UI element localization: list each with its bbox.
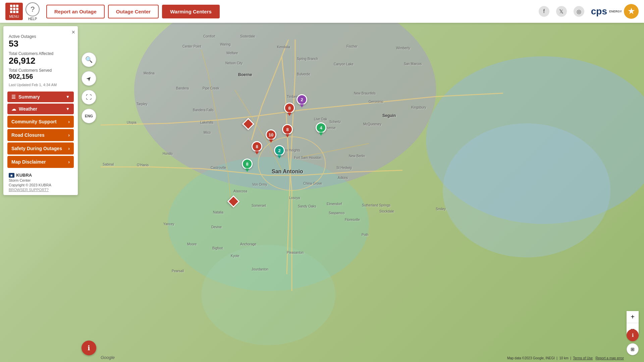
- marker-count: 8: [242, 159, 253, 169]
- active-outages-label: Active Outages: [9, 34, 72, 39]
- cps-logo: cps ENERGY ★: [591, 4, 639, 19]
- info-icon: ℹ: [88, 344, 90, 352]
- map-area[interactable]: San Antonio Boerne Bulverde Converse Seg…: [0, 23, 644, 362]
- map-disclaimer-label: Map Disclaimer: [11, 159, 46, 165]
- kubra-box: ■: [9, 173, 14, 178]
- safety-label: Safety During Outages: [11, 146, 62, 151]
- google-logo: Google: [101, 355, 115, 360]
- marker-green-8[interactable]: 8: [242, 159, 253, 172]
- kubra-brand: KUBRA: [16, 173, 32, 178]
- map-roads: [0, 23, 644, 362]
- marker-count: 8: [282, 124, 293, 135]
- marker-tail: [255, 151, 259, 155]
- copyright-text: Copyright © 2023 KUBRA: [9, 183, 72, 187]
- weather-icon: ☁: [11, 106, 16, 112]
- weather-label: Weather: [19, 106, 37, 112]
- menu-grid-icon: [10, 5, 18, 13]
- language-button[interactable]: ENG: [82, 109, 96, 123]
- community-support-label: Community Support: [11, 119, 57, 124]
- community-support-button[interactable]: Community Support ›: [7, 116, 74, 128]
- info-button[interactable]: ℹ: [82, 341, 96, 355]
- help-icon: ?: [25, 2, 40, 16]
- active-outages-value: 53: [9, 39, 72, 49]
- marker-count: 4: [316, 122, 326, 133]
- weather-button[interactable]: ☁ Weather ▼: [7, 104, 74, 114]
- cps-star-icon: ★: [624, 4, 639, 19]
- marker-tail: [245, 169, 249, 172]
- marker-tail: [285, 134, 289, 137]
- road-closures-chevron: ›: [68, 132, 70, 138]
- fullscreen-icon: ⛶: [86, 94, 92, 101]
- marker-tail: [319, 132, 323, 136]
- marker-count: 10: [266, 129, 276, 140]
- help-button[interactable]: ? HELP: [25, 2, 40, 21]
- customers-affected-label: Total Customers Affected: [9, 51, 72, 56]
- marker-count: 8: [252, 141, 262, 152]
- road-closures-button[interactable]: Road Closures ›: [7, 129, 74, 141]
- report-outage-button[interactable]: Report an Outage: [46, 5, 105, 18]
- map-disclaimer-button[interactable]: Map Disclaimer ›: [7, 156, 74, 168]
- search-button[interactable]: 🔍: [82, 52, 96, 67]
- summary-chevron: ▼: [66, 95, 70, 99]
- summary-label: Summary: [18, 94, 40, 100]
- instagram-icon[interactable]: ◎: [574, 6, 584, 17]
- help-label: HELP: [28, 17, 37, 21]
- header: MENU ? HELP Report an Outage Outage Cent…: [0, 0, 644, 23]
- customers-served-label: Total Customers Served: [9, 68, 72, 73]
- report-map-error-link[interactable]: Report a map error: [596, 356, 624, 360]
- summary-list-icon: ☰: [11, 94, 16, 100]
- header-left: MENU ? HELP: [5, 2, 40, 21]
- cps-text: cps: [591, 6, 607, 17]
- menu-button[interactable]: MENU: [5, 3, 23, 20]
- marker-tail: [269, 139, 273, 143]
- last-updated: Last Updated Feb 1, 4:34 AM: [9, 83, 72, 87]
- marker-red-8c[interactable]: 8: [252, 141, 262, 155]
- br-icon-2[interactable]: ⊞: [627, 343, 639, 355]
- community-support-chevron: ›: [68, 119, 70, 124]
- locate-icon: ➤: [85, 74, 93, 83]
- summary-button[interactable]: ☰ Summary ▼: [7, 92, 74, 102]
- weather-chevron: ▼: [66, 107, 70, 111]
- marker-tail: [300, 104, 304, 108]
- warming-centers-button[interactable]: Warming Centers: [162, 5, 220, 18]
- storm-center-text: Storm Center: [9, 178, 72, 182]
- panel-close-button[interactable]: ×: [71, 29, 75, 36]
- marker-green-4[interactable]: 4: [316, 122, 326, 136]
- side-panel: × Active Outages 53 Total Customers Affe…: [3, 26, 78, 195]
- language-label: ENG: [85, 114, 93, 118]
- terms-link[interactable]: Terms of Use: [573, 356, 593, 360]
- scale-text: 10 km: [559, 356, 569, 360]
- map-attribution: Map data ©2023 Google, INEGI | 10 km | T…: [507, 356, 624, 360]
- customers-served-value: 902,156: [9, 73, 72, 80]
- map-disclaimer-chevron: ›: [68, 159, 70, 165]
- road-closures-label: Road Closures: [11, 132, 45, 138]
- marker-tail: [277, 155, 281, 159]
- marker-teal-2[interactable]: 2: [274, 145, 285, 159]
- header-right: f 𝕏 ◎ cps ENERGY ★: [539, 4, 639, 19]
- marker-count: 2: [297, 94, 307, 105]
- marker-red-8a[interactable]: 8: [284, 103, 295, 116]
- search-icon: 🔍: [85, 56, 93, 63]
- br-icon-1[interactable]: ℹ: [627, 329, 639, 341]
- browser-support-link[interactable]: BROWSER SUPPORT?: [9, 188, 72, 192]
- bottom-right-icons: ℹ ⊞: [627, 329, 639, 355]
- brand-suffix: ENERGY: [609, 10, 622, 13]
- twitter-icon[interactable]: 𝕏: [556, 6, 567, 17]
- panel-footer: ■ KUBRA Storm Center Copyright © 2023 KU…: [3, 169, 78, 192]
- outage-center-button[interactable]: Outage Center: [108, 5, 159, 18]
- marker-red-10[interactable]: 10: [266, 129, 276, 143]
- map-data-text: Map data ©2023 Google, INEGI: [507, 356, 555, 360]
- fullscreen-button[interactable]: ⛶: [82, 90, 96, 105]
- marker-purple-2[interactable]: 2: [297, 94, 307, 108]
- zoom-in-button[interactable]: +: [627, 311, 639, 323]
- safety-during-outages-button[interactable]: Safety During Outages ›: [7, 142, 74, 155]
- customers-affected-value: 26,912: [9, 56, 72, 66]
- marker-red-8b[interactable]: 8: [282, 124, 293, 137]
- safety-chevron: ›: [68, 146, 70, 151]
- menu-label: MENU: [9, 15, 19, 18]
- marker-count: 8: [284, 103, 295, 113]
- nav-buttons: Report an Outage Outage Center Warming C…: [46, 5, 220, 18]
- facebook-icon[interactable]: f: [539, 6, 549, 17]
- locate-button[interactable]: ➤: [82, 71, 96, 86]
- kubra-logo: ■ KUBRA: [9, 173, 72, 178]
